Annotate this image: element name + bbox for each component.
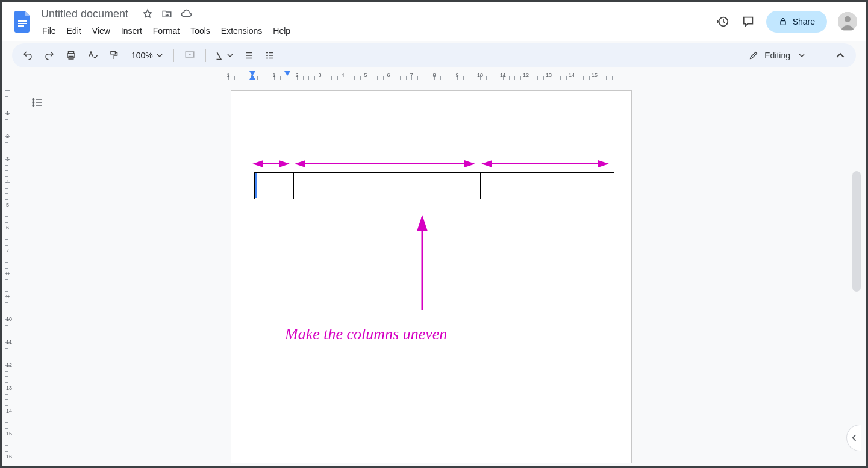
outline-toggle-button[interactable]: [29, 94, 46, 111]
zoom-select[interactable]: 100%: [128, 51, 166, 60]
menubar: File Edit View Insert Format Tools Exten…: [37, 23, 295, 38]
image-options-button[interactable]: [213, 47, 235, 64]
svg-point-13: [33, 102, 34, 104]
star-icon[interactable]: [142, 8, 154, 20]
side-panel-toggle[interactable]: [846, 425, 861, 451]
first-line-indent-marker[interactable]: [249, 75, 255, 80]
comments-icon[interactable]: [741, 14, 755, 29]
share-label: Share: [793, 17, 815, 27]
docs-logo[interactable]: [11, 10, 35, 34]
horizontal-ruler[interactable]: 1123456789101112131415: [2, 71, 866, 81]
editing-mode-button[interactable]: Editing: [744, 48, 812, 63]
indent-marker-column[interactable]: [284, 71, 290, 76]
titlebar: Untitled document File Edit View Insert …: [2, 2, 866, 41]
vertical-ruler[interactable]: 12345678910111213141516: [5, 90, 13, 463]
svg-rect-0: [18, 20, 27, 22]
add-comment-button[interactable]: [181, 47, 198, 64]
menu-extensions[interactable]: Extensions: [216, 23, 267, 38]
move-icon[interactable]: [161, 8, 173, 20]
svg-point-14: [33, 105, 34, 107]
menu-tools[interactable]: Tools: [186, 23, 215, 38]
paint-format-button[interactable]: [106, 47, 123, 64]
toolbar: 100% Editing: [12, 43, 856, 67]
menu-edit[interactable]: Edit: [62, 23, 86, 38]
undo-button[interactable]: [19, 47, 36, 64]
checklist-button[interactable]: [261, 47, 278, 64]
menu-insert[interactable]: Insert: [116, 23, 147, 38]
menu-file[interactable]: File: [37, 23, 61, 38]
cloud-icon[interactable]: [180, 8, 192, 20]
svg-rect-10: [111, 51, 116, 54]
svg-rect-1: [18, 23, 27, 24]
hide-menus-button[interactable]: [832, 47, 849, 64]
vertical-scrollbar[interactable]: [852, 171, 861, 292]
menu-view[interactable]: View: [87, 23, 115, 38]
redo-button[interactable]: [41, 47, 58, 64]
line-spacing-button[interactable]: [240, 47, 257, 64]
svg-rect-2: [18, 25, 24, 27]
zoom-value: 100%: [131, 51, 153, 60]
share-button[interactable]: Share: [766, 11, 827, 33]
svg-rect-4: [781, 21, 785, 25]
svg-point-6: [845, 16, 851, 22]
chevron-down-icon: [796, 50, 807, 61]
annotation-arrows: [228, 90, 629, 392]
editing-label: Editing: [764, 51, 790, 60]
menu-format[interactable]: Format: [148, 23, 184, 38]
annotation-text: Make the columns uneven: [285, 325, 447, 343]
svg-point-12: [33, 99, 34, 101]
print-button[interactable]: [63, 47, 80, 64]
history-icon[interactable]: [716, 14, 730, 29]
document-canvas: 12345678910111213141516 Make the columns…: [5, 90, 863, 463]
spellcheck-button[interactable]: [84, 47, 101, 64]
menu-help[interactable]: Help: [268, 23, 295, 38]
document-title[interactable]: Untitled document: [37, 7, 132, 22]
avatar[interactable]: [838, 12, 857, 31]
